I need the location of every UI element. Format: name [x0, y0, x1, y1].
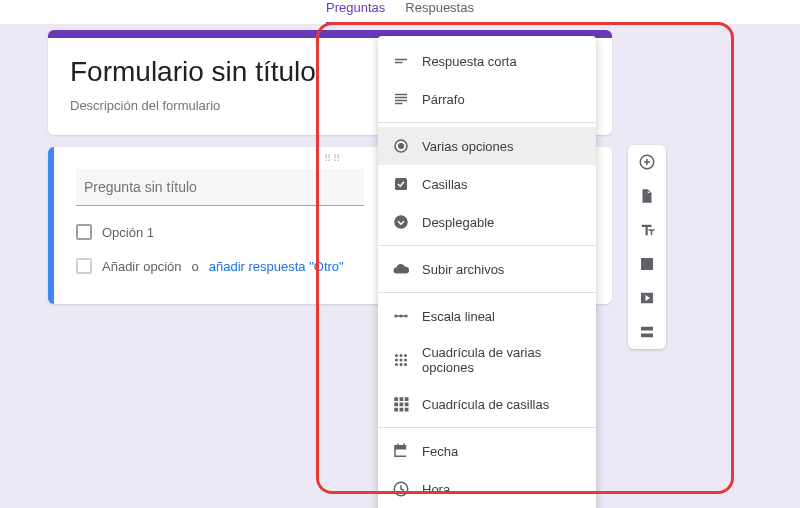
add-other-link[interactable]: añadir respuesta "Otro" [209, 259, 344, 274]
menu-paragraph[interactable]: Párrafo [378, 80, 596, 118]
add-section-button[interactable] [636, 321, 658, 343]
top-tabs: Preguntas Respuestas [0, 0, 800, 24]
svg-point-15 [404, 363, 407, 366]
side-toolbar [628, 145, 666, 349]
paragraph-icon [392, 90, 410, 108]
svg-rect-19 [394, 403, 398, 407]
svg-rect-17 [400, 397, 404, 401]
question-title-input[interactable] [76, 169, 364, 206]
menu-time[interactable]: Hora [378, 470, 596, 508]
checkbox-checked-icon [392, 175, 410, 193]
svg-point-9 [404, 354, 407, 357]
menu-date[interactable]: Fecha [378, 432, 596, 470]
svg-point-8 [400, 354, 403, 357]
video-icon [638, 289, 656, 307]
menu-label: Varias opciones [422, 139, 514, 154]
checkbox-icon [76, 258, 92, 274]
svg-point-12 [404, 359, 407, 362]
menu-file-upload[interactable]: Subir archivos [378, 250, 596, 288]
svg-rect-16 [394, 397, 398, 401]
menu-linear-scale[interactable]: Escala lineal [378, 297, 596, 335]
option-1-label[interactable]: Opción 1 [102, 225, 154, 240]
menu-label: Subir archivos [422, 262, 504, 277]
section-icon [638, 323, 656, 341]
menu-label: Escala lineal [422, 309, 495, 324]
svg-point-11 [400, 359, 403, 362]
tab-questions[interactable]: Preguntas [326, 0, 385, 24]
menu-label: Respuesta corta [422, 54, 517, 69]
menu-short-answer[interactable]: Respuesta corta [378, 42, 596, 80]
image-icon [638, 255, 656, 273]
import-icon [638, 187, 656, 205]
grid-radio-icon [392, 351, 410, 369]
radio-icon [392, 137, 410, 155]
short-text-icon [392, 52, 410, 70]
svg-point-13 [395, 363, 398, 366]
svg-rect-2 [395, 178, 407, 190]
add-image-button[interactable] [636, 253, 658, 275]
drag-handle-icon[interactable]: ⠿⠿ [324, 153, 342, 164]
question-type-menu: Respuesta corta Párrafo Varias opciones … [378, 36, 596, 508]
svg-point-1 [398, 143, 404, 149]
svg-point-3 [394, 215, 408, 229]
svg-point-7 [395, 354, 398, 357]
text-tt-icon [638, 221, 656, 239]
svg-rect-23 [400, 408, 404, 412]
svg-rect-22 [394, 408, 398, 412]
svg-point-14 [400, 363, 403, 366]
menu-label: Desplegable [422, 215, 494, 230]
or-label: o [192, 259, 199, 274]
tab-responses[interactable]: Respuestas [405, 0, 474, 24]
menu-checkboxes[interactable]: Casillas [378, 165, 596, 203]
svg-rect-21 [405, 403, 409, 407]
add-title-button[interactable] [636, 219, 658, 241]
clock-icon [392, 480, 410, 498]
import-questions-button[interactable] [636, 185, 658, 207]
menu-dropdown[interactable]: Desplegable [378, 203, 596, 241]
menu-label: Fecha [422, 444, 458, 459]
menu-label: Cuadrícula de casillas [422, 397, 549, 412]
menu-label: Párrafo [422, 92, 465, 107]
plus-circle-icon [638, 153, 656, 171]
checkbox-icon [76, 224, 92, 240]
add-video-button[interactable] [636, 287, 658, 309]
svg-rect-24 [405, 408, 409, 412]
menu-mc-grid[interactable]: Cuadrícula de varias opciones [378, 335, 596, 385]
add-question-button[interactable] [636, 151, 658, 173]
menu-cb-grid[interactable]: Cuadrícula de casillas [378, 385, 596, 423]
svg-rect-18 [405, 397, 409, 401]
menu-multiple-choice[interactable]: Varias opciones [378, 127, 596, 165]
menu-label: Casillas [422, 177, 468, 192]
svg-rect-27 [641, 327, 653, 331]
calendar-icon [392, 442, 410, 460]
menu-label: Hora [422, 482, 450, 497]
menu-label: Cuadrícula de varias opciones [422, 345, 582, 375]
svg-rect-28 [641, 334, 653, 338]
add-option-label[interactable]: Añadir opción [102, 259, 182, 274]
dropdown-icon [392, 213, 410, 231]
linear-scale-icon [392, 307, 410, 325]
grid-checkbox-icon [392, 395, 410, 413]
cloud-upload-icon [392, 260, 410, 278]
svg-rect-20 [400, 403, 404, 407]
svg-point-10 [395, 359, 398, 362]
